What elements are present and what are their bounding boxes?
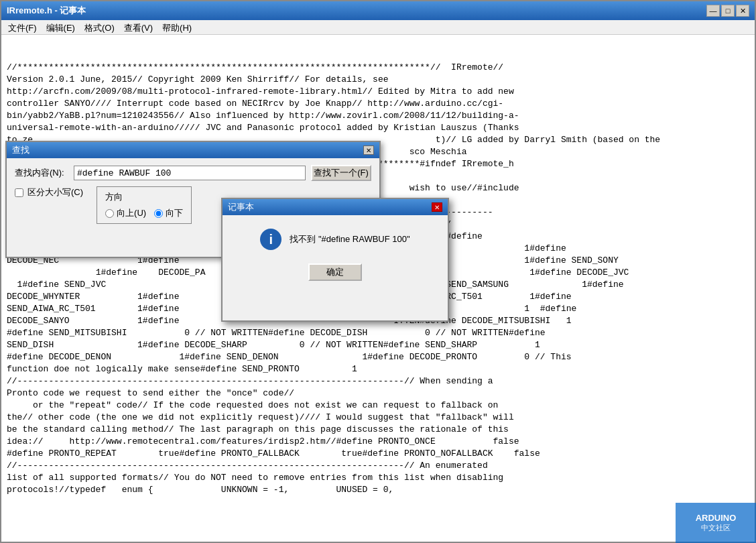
find-next-button[interactable]: 查找下一个(F) — [311, 165, 371, 181]
alert-content: i 找不到 "#define RAWBUF 100" — [260, 229, 410, 250]
minimize-button[interactable]: — — [706, 5, 720, 17]
maximize-button[interactable]: □ — [721, 5, 735, 17]
close-button[interactable]: ✕ — [736, 5, 749, 17]
down-option: 向下 — [154, 207, 183, 219]
down-label: 向下 — [166, 207, 183, 219]
watermark: ARDUINO 中文社区 — [676, 503, 756, 543]
alert-dialog: 记事本 ✕ i 找不到 "#define RAWBUF 100" 确定 — [221, 198, 449, 322]
alert-message: 找不到 "#define RAWBUF 100" — [290, 233, 410, 245]
menu-format[interactable]: 格式(O) — [80, 21, 119, 33]
find-search-input[interactable] — [74, 166, 306, 180]
menu-bar: 文件(F) 编辑(E) 格式(O) 查看(V) 帮助(H) — [1, 20, 755, 35]
find-title-bar: 查找 ✕ — [7, 142, 379, 158]
radio-group: 向上(U) 向下 — [105, 207, 183, 219]
menu-help[interactable]: 帮助(H) — [158, 21, 196, 33]
menu-view[interactable]: 查看(V) — [120, 21, 157, 33]
watermark-line1: ARDUINO — [696, 513, 737, 523]
window-title: IRremote.h - 记事本 — [7, 5, 86, 17]
menu-edit[interactable]: 编辑(E) — [42, 21, 79, 33]
find-search-row: 查找内容(N): 查找下一个(F) — [15, 165, 371, 181]
watermark-line2: 中文社区 — [701, 523, 731, 533]
find-dialog-title: 查找 — [12, 144, 29, 156]
find-close-button[interactable]: ✕ — [363, 145, 374, 155]
alert-body: i 找不到 "#define RAWBUF 100" 确定 — [223, 215, 448, 289]
up-option: 向上(U) — [105, 207, 146, 219]
case-sensitive-checkbox[interactable] — [15, 188, 23, 197]
direction-group: 方向 向上(U) 向下 — [97, 186, 192, 224]
direction-label: 方向 — [105, 191, 183, 203]
title-bar-buttons: — □ ✕ — [706, 5, 749, 17]
title-bar: IRremote.h - 记事本 — □ ✕ — [1, 1, 755, 20]
alert-info-icon: i — [260, 229, 281, 250]
alert-ok-button[interactable]: 确定 — [308, 263, 362, 281]
direction-down-radio[interactable] — [154, 209, 163, 218]
menu-file[interactable]: 文件(F) — [4, 21, 41, 33]
direction-up-radio[interactable] — [105, 209, 114, 218]
alert-dialog-title: 记事本 — [228, 201, 254, 213]
alert-title-bar: 记事本 ✕ — [223, 199, 448, 215]
case-sensitive-row: 区分大小写(C) — [15, 186, 83, 198]
alert-close-button[interactable]: ✕ — [432, 202, 442, 212]
case-sensitive-label: 区分大小写(C) — [27, 186, 83, 198]
up-label: 向上(U) — [117, 207, 146, 219]
find-search-label: 查找内容(N): — [15, 167, 68, 179]
